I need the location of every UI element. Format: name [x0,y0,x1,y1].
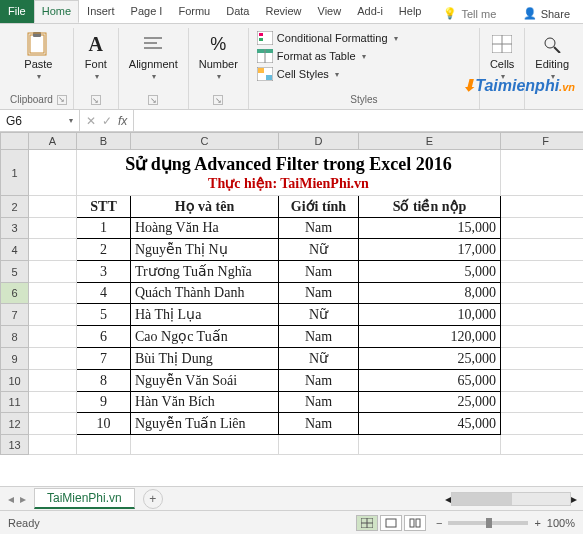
tab-formulas[interactable]: Formu [170,0,218,23]
row-header-13[interactable]: 13 [1,435,29,455]
cell[interactable] [29,326,77,348]
col-header-E[interactable]: E [359,133,501,150]
cell-gender[interactable]: Nữ [279,239,359,261]
sheet-tab[interactable]: TaiMienPhi.vn [34,488,135,509]
cell-stt[interactable]: 3 [77,261,131,283]
format-as-table-button[interactable]: Format as Table ▾ [255,48,473,64]
cell[interactable] [501,150,584,196]
select-all-corner[interactable] [1,133,29,150]
row-header-2[interactable]: 2 [1,196,29,218]
horizontal-scrollbar[interactable]: ◂ ▸ [163,492,583,506]
col-header-B[interactable]: B [77,133,131,150]
cell-gender[interactable]: Nữ [279,304,359,326]
cell[interactable] [279,435,359,455]
sheet-nav-prev-icon[interactable]: ◂ [8,492,14,506]
cell-gender[interactable]: Nam [279,218,359,239]
tab-addins[interactable]: Add-i [349,0,391,23]
cell-gender[interactable]: Nam [279,283,359,304]
font-dialog-launcher[interactable]: ↘ [91,95,101,105]
cell-name[interactable]: Nguyễn Văn Soái [131,370,279,392]
cell-stt[interactable]: 5 [77,304,131,326]
cell[interactable] [29,150,77,196]
page-break-view-button[interactable] [404,515,426,531]
cell[interactable] [501,392,584,413]
cell-amount[interactable]: 120,000 [359,326,501,348]
cell[interactable] [131,435,279,455]
name-box[interactable]: G6 ▾ [0,110,80,131]
cell-header-stt[interactable]: STT [77,196,131,218]
row-header-6[interactable]: 6 [1,283,29,304]
cell[interactable] [501,370,584,392]
cell-stt[interactable]: 10 [77,413,131,435]
cell-gender[interactable]: Nam [279,370,359,392]
tab-insert[interactable]: Insert [79,0,123,23]
cell[interactable] [501,283,584,304]
cell-stt[interactable]: 4 [77,283,131,304]
cell-amount[interactable]: 45,000 [359,413,501,435]
sheet-nav-next-icon[interactable]: ▸ [20,492,26,506]
zoom-level[interactable]: 100% [547,517,575,529]
cell-name[interactable]: Nguyễn Thị Nụ [131,239,279,261]
cell-header-gender[interactable]: Giới tính [279,196,359,218]
formula-input[interactable] [134,110,583,131]
tab-data[interactable]: Data [218,0,257,23]
tab-file[interactable]: File [0,0,34,23]
alignment-dialog-launcher[interactable]: ↘ [148,95,158,105]
cell[interactable] [29,196,77,218]
cell-amount[interactable]: 15,000 [359,218,501,239]
cell[interactable] [501,218,584,239]
enter-icon[interactable]: ✓ [102,114,112,128]
row-header-9[interactable]: 9 [1,348,29,370]
cell-name[interactable]: Nguyễn Tuấn Liên [131,413,279,435]
cell[interactable] [29,392,77,413]
zoom-out-button[interactable]: − [436,517,442,529]
new-sheet-button[interactable]: + [143,489,163,509]
col-header-A[interactable]: A [29,133,77,150]
row-header-3[interactable]: 3 [1,218,29,239]
cell[interactable] [501,196,584,218]
cell-styles-button[interactable]: Cell Styles ▾ [255,66,473,82]
cell-gender[interactable]: Nam [279,392,359,413]
font-button[interactable]: A Font ▾ [80,30,112,83]
cell-gender[interactable]: Nam [279,261,359,283]
row-header-5[interactable]: 5 [1,261,29,283]
paste-button[interactable]: Paste ▾ [10,30,67,83]
cell[interactable] [501,348,584,370]
fx-icon[interactable]: fx [118,114,127,128]
cell[interactable] [359,435,501,455]
cell-name[interactable]: Hàn Văn Bích [131,392,279,413]
cell[interactable] [501,261,584,283]
cell-stt[interactable]: 8 [77,370,131,392]
conditional-formatting-button[interactable]: Conditional Formatting ▾ [255,30,473,46]
cell[interactable] [29,435,77,455]
tab-review[interactable]: Review [257,0,309,23]
cell-stt[interactable]: 2 [77,239,131,261]
col-header-C[interactable]: C [131,133,279,150]
cell[interactable] [501,304,584,326]
cell-amount[interactable]: 65,000 [359,370,501,392]
row-header-10[interactable]: 10 [1,370,29,392]
cell[interactable] [501,413,584,435]
cell-gender[interactable]: Nam [279,326,359,348]
number-button[interactable]: % Number ▾ [195,30,242,83]
cell[interactable] [29,239,77,261]
tab-view[interactable]: View [310,0,350,23]
cell[interactable] [29,370,77,392]
row-header-1[interactable]: 1 [1,150,29,196]
row-header-12[interactable]: 12 [1,413,29,435]
cell-amount[interactable]: 25,000 [359,392,501,413]
cell-stt[interactable]: 9 [77,392,131,413]
cell-name[interactable]: Hoàng Văn Ha [131,218,279,239]
cell-amount[interactable]: 8,000 [359,283,501,304]
alignment-button[interactable]: Alignment ▾ [125,30,182,83]
cancel-icon[interactable]: ✕ [86,114,96,128]
col-header-D[interactable]: D [279,133,359,150]
cell-name[interactable]: Cao Ngọc Tuấn [131,326,279,348]
cell-amount[interactable]: 25,000 [359,348,501,370]
cell-gender[interactable]: Nam [279,413,359,435]
cell[interactable] [29,261,77,283]
share-button[interactable]: 👤 Share [515,0,583,23]
spreadsheet-grid[interactable]: A B C D E F 1 Sử dụng Advanced Filter tr… [0,132,583,486]
number-dialog-launcher[interactable]: ↘ [213,95,223,105]
cell-name[interactable]: Quách Thành Danh [131,283,279,304]
